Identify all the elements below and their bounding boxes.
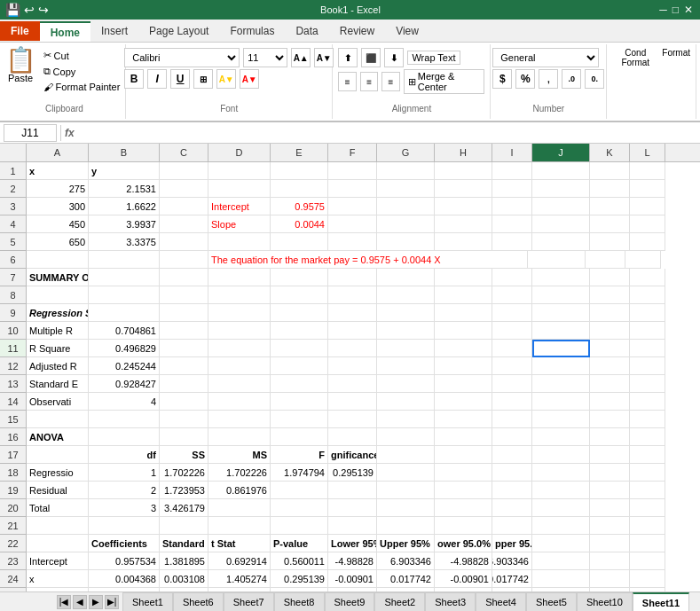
cell-b19[interactable]: 2	[89, 482, 160, 499]
cell-i18[interactable]	[492, 464, 532, 482]
cell-k6[interactable]	[586, 251, 625, 269]
cell-g25[interactable]	[377, 588, 435, 591]
sheet-tab-sheet5[interactable]: Sheet5	[526, 592, 577, 611]
sheet-nav-next[interactable]: ▶	[89, 595, 103, 609]
cell-i9[interactable]	[492, 304, 532, 322]
cell-j15[interactable]	[532, 411, 590, 428]
cell-g10[interactable]	[377, 322, 435, 340]
cell-b16[interactable]	[89, 428, 160, 446]
cell-j23[interactable]	[532, 552, 590, 570]
format-btn-styles[interactable]: Format	[662, 48, 690, 67]
cell-g16[interactable]	[377, 428, 435, 446]
col-header-a[interactable]: A	[27, 144, 89, 161]
cell-b7[interactable]	[89, 269, 160, 286]
cell-i16[interactable]	[492, 428, 532, 446]
cell-a3[interactable]: 300	[27, 198, 89, 215]
tab-page-layout[interactable]: Page Layout	[138, 21, 219, 42]
cell-e12[interactable]	[271, 357, 328, 375]
cell-b22[interactable]: Coefficients	[89, 535, 160, 552]
cell-h10[interactable]	[435, 322, 492, 340]
maximize-btn[interactable]: □	[672, 4, 679, 16]
sheet-nav-first[interactable]: |◀	[57, 595, 71, 609]
cell-f17[interactable]: gnificance F	[328, 446, 377, 464]
cell-k19[interactable]	[590, 482, 630, 499]
cell-a13[interactable]: Standard E	[27, 375, 89, 393]
sheet-nav-last[interactable]: ▶|	[105, 595, 119, 609]
tab-insert[interactable]: Insert	[90, 21, 138, 42]
cell-k5[interactable]	[590, 233, 630, 251]
cell-h13[interactable]	[435, 375, 492, 393]
cell-b12[interactable]: 0.245244	[89, 357, 160, 375]
cell-i12[interactable]	[492, 357, 532, 375]
cell-i22[interactable]: pper 95.0%	[492, 535, 532, 552]
cell-a16[interactable]: ANOVA	[27, 428, 89, 446]
cell-b15[interactable]	[89, 411, 160, 428]
comma-btn[interactable]: ,	[539, 69, 558, 89]
cell-k12[interactable]	[590, 357, 630, 375]
cell-d7[interactable]	[208, 269, 271, 286]
cond-format-btn[interactable]: Cond Format	[612, 48, 658, 67]
cell-j4[interactable]	[532, 215, 590, 233]
cell-c21[interactable]	[160, 517, 208, 535]
cell-k9[interactable]	[590, 304, 630, 322]
row-header-8[interactable]: 8	[0, 286, 27, 304]
cell-l15[interactable]	[630, 411, 665, 428]
cell-f2[interactable]	[328, 180, 377, 198]
tab-view[interactable]: View	[385, 21, 429, 42]
cell-d19[interactable]: 0.861976	[208, 482, 271, 499]
align-top-btn[interactable]: ⬆	[338, 48, 358, 67]
cell-g12[interactable]	[377, 357, 435, 375]
cell-g17[interactable]	[377, 446, 435, 464]
col-header-k[interactable]: K	[590, 144, 630, 161]
cell-j22[interactable]	[532, 535, 590, 552]
cell-a18[interactable]: Regressio	[27, 464, 89, 482]
cell-h24[interactable]: -0.00901	[435, 570, 492, 588]
cell-b9[interactable]	[89, 304, 160, 322]
cell-e16[interactable]	[271, 428, 328, 446]
cell-j3[interactable]	[532, 198, 590, 215]
row-header-11[interactable]: 11	[0, 340, 27, 357]
cell-k23[interactable]	[590, 552, 630, 570]
cell-h16[interactable]	[435, 428, 492, 446]
cell-k3[interactable]	[590, 198, 630, 215]
cell-k18[interactable]	[590, 464, 630, 482]
cell-e17[interactable]: F	[271, 446, 328, 464]
row-header-9[interactable]: 9	[0, 304, 27, 322]
cell-i1[interactable]	[492, 162, 532, 180]
cell-c4[interactable]	[160, 215, 208, 233]
cell-d11[interactable]	[208, 340, 271, 357]
cell-a24[interactable]: x	[27, 570, 89, 588]
cell-g9[interactable]	[377, 304, 435, 322]
cell-c19[interactable]: 1.723953	[160, 482, 208, 499]
increase-font-btn[interactable]: A▲	[291, 48, 311, 67]
cell-g8[interactable]	[377, 286, 435, 304]
cell-e15[interactable]	[271, 411, 328, 428]
cell-a6[interactable]	[27, 251, 89, 269]
cell-a23[interactable]: Intercept	[27, 552, 89, 570]
cell-c5[interactable]	[160, 233, 208, 251]
bold-btn[interactable]: B	[124, 69, 144, 89]
row-header-15[interactable]: 15	[0, 411, 27, 428]
cell-b24[interactable]: 0.004368	[89, 570, 160, 588]
cell-i15[interactable]	[492, 411, 532, 428]
cell-k10[interactable]	[590, 322, 630, 340]
row-header-5[interactable]: 5	[0, 233, 27, 251]
cell-j20[interactable]	[532, 499, 590, 517]
cell-a9[interactable]: Regression Statistics	[27, 304, 89, 322]
row-header-19[interactable]: 19	[0, 482, 27, 499]
cell-b18[interactable]: 1	[89, 464, 160, 482]
cell-e25[interactable]	[271, 588, 328, 591]
col-header-g[interactable]: G	[377, 144, 435, 161]
cell-h21[interactable]	[435, 517, 492, 535]
cell-g2[interactable]	[377, 180, 435, 198]
cell-k1[interactable]	[590, 162, 630, 180]
cell-d2[interactable]	[208, 180, 271, 198]
cell-f9[interactable]	[328, 304, 377, 322]
cell-d1[interactable]	[208, 162, 271, 180]
cell-h22[interactable]: ower 95.0%	[435, 535, 492, 552]
row-header-4[interactable]: 4	[0, 215, 27, 233]
cell-j8[interactable]	[532, 286, 590, 304]
col-header-h[interactable]: H	[435, 144, 492, 161]
paste-btn[interactable]: 📋 Paste	[5, 48, 36, 83]
align-right-btn[interactable]: ≡	[381, 72, 399, 91]
